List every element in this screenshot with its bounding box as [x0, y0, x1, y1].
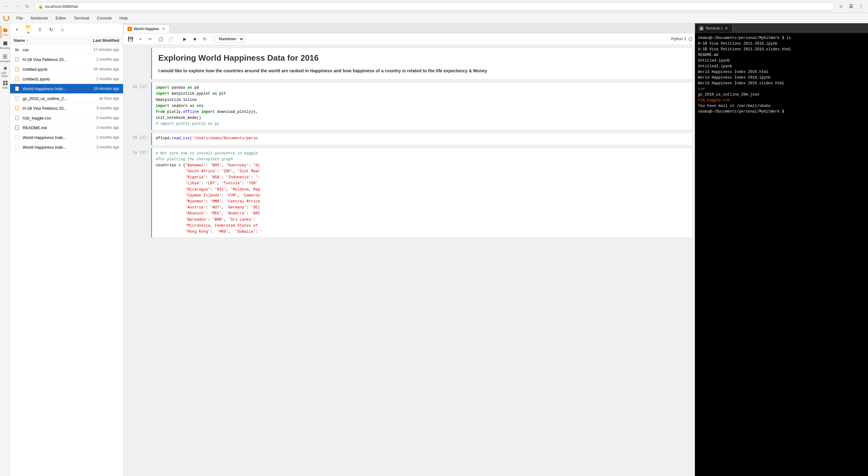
new-folder-button[interactable]: 📁+: [24, 25, 33, 34]
cell-type-select[interactable]: Markdown Code Raw: [215, 35, 244, 43]
file-list-item[interactable]: World Happiness Inde...3 months ago: [10, 142, 123, 152]
notebook-tab-close[interactable]: ✕: [162, 27, 165, 31]
code-line: 'Myanmar': 'MMR', 'Central Africa: [156, 199, 688, 205]
cell-body-1[interactable]: import pandas as pd import matplotlib.py…: [151, 82, 692, 130]
upload-button[interactable]: ⇧: [35, 25, 44, 34]
menu-editor[interactable]: Editor: [52, 14, 70, 22]
extensions-button[interactable]: ☰: [846, 2, 856, 11]
browser-toolbar: ← → ↻ 🔒 localhost:8888/lab ☆ ☰ ⋮: [0, 0, 868, 12]
address-bar[interactable]: 🔒 localhost:8888/lab: [34, 2, 834, 10]
file-list-item[interactable]: JUntitled1.ipynb2 months ago: [10, 74, 123, 84]
restart-button[interactable]: ↻: [200, 35, 209, 43]
terminal-line: World Happiness Index 2016.slides.html: [698, 80, 865, 86]
file-list-item[interactable]: M↓README.md3 months ago: [10, 123, 123, 133]
run-button[interactable]: ▶: [180, 35, 189, 43]
file-list: csv17 minutes agoJH-1B Visa Petitions 20…: [10, 45, 123, 476]
svg-text:M↓: M↓: [16, 127, 18, 129]
menu-terminal[interactable]: Terminal: [70, 14, 93, 22]
svg-rect-4: [3, 81, 5, 83]
notebook-tab-name: World Happine:: [134, 27, 160, 31]
notebook-tabs: J World Happine: ✕: [123, 23, 695, 33]
paste-button[interactable]: 📄: [166, 35, 175, 43]
sidebar-item-tabs[interactable]: Tabs: [1, 78, 9, 91]
cut-button[interactable]: ✄: [146, 35, 155, 43]
add-cell-button[interactable]: +: [136, 35, 145, 43]
file-list-item[interactable]: CSVh1b_kaggle.csv5 months ago: [10, 113, 123, 123]
file-name-text: H-1B Visa Petitions 20...: [23, 106, 72, 111]
left-sidebar-icons: Files Running Commands Cell Tools Tabs: [0, 23, 10, 476]
svg-rect-35: [16, 145, 19, 149]
svg-text:J: J: [17, 88, 17, 90]
home-button[interactable]: ⌂: [58, 25, 67, 34]
terminal-content[interactable]: vbabu@~/Documents/personal/MyGitWork $ l…: [695, 33, 868, 476]
code-line: 'Cayman Islands': 'CYM', 'Cameroo: [156, 193, 688, 199]
menu-console[interactable]: Console: [93, 14, 116, 22]
terminal-line: You have mail in /var/mail/vbabu: [698, 103, 865, 109]
copy-button[interactable]: 📋: [156, 35, 165, 43]
file-list-item[interactable]: JH-1B Visa Petitions 20...3 months ago: [10, 103, 123, 113]
stop-button[interactable]: ■: [190, 35, 199, 43]
app-body: Files Running Commands Cell Tools Tabs +…: [0, 23, 868, 476]
file-list-item[interactable]: JWorld Happiness Inde...19 minutes ago: [10, 84, 123, 94]
cell-body-3[interactable]: # Not sure how to install pycountry in k…: [151, 148, 692, 238]
sidebar-item-commands[interactable]: Commands: [1, 52, 9, 65]
notebook-cell-3: In [3]: # Not sure how to install pycoun…: [126, 148, 692, 238]
column-modified-header: Last Modified: [72, 38, 119, 43]
svg-text:{}: {}: [17, 98, 18, 99]
terminal-line: gz_2010_us_outline_20m.json: [698, 92, 865, 98]
svg-rect-1: [3, 55, 7, 55]
menu-notebook[interactable]: Notebook: [27, 14, 52, 22]
terminal-line: World Happiness Index 2016.html: [698, 69, 865, 75]
terminal-line: Untitled.ipynb: [698, 58, 865, 64]
file-modified-time: 17 minutes ago: [72, 47, 119, 52]
file-modified-time: 5 months ago: [72, 116, 119, 120]
back-button[interactable]: ←: [2, 2, 11, 11]
file-icon: [14, 134, 20, 140]
forward-button[interactable]: →: [12, 2, 22, 11]
menu-file[interactable]: File: [12, 14, 27, 22]
sidebar-item-cell-tools[interactable]: Cell Tools: [1, 65, 9, 78]
file-list-item[interactable]: World Happiness Inde...2 months ago: [10, 133, 123, 142]
cell-prompt-3: In [3]:: [126, 148, 151, 238]
code-line: import seaborn as sns: [156, 103, 688, 109]
reload-button[interactable]: ↻: [23, 2, 31, 11]
terminal-line: vbabu@~/Documents/personal/MyGitWork $ l…: [698, 35, 865, 41]
code-line: 'Hong Kong': 'HKG', 'Somalia': ': [156, 229, 688, 235]
terminal-line: vbabu@~/Documents/personal/MyGitWork $: [698, 109, 865, 114]
file-list-item[interactable]: JH-1B Visa Petitions 20...2 months ago: [10, 55, 123, 64]
cell-body-markdown[interactable]: Exploring World Happiness Data for 2016 …: [151, 47, 692, 79]
file-name-text: Untitled1.ipynb: [23, 77, 72, 81]
code-line: # Not sure how to install pycountry in k…: [156, 150, 688, 157]
menu-help[interactable]: Help: [116, 14, 131, 22]
terminal-tab[interactable]: ▣ Terminal 1 ✕: [695, 24, 732, 32]
file-icon: J: [14, 66, 20, 72]
terminal-line: csv: [698, 86, 865, 92]
nav-buttons: ← → ↻: [2, 2, 31, 11]
file-modified-time: 2 months ago: [72, 57, 119, 62]
file-icon: M↓: [14, 125, 20, 131]
file-list-item[interactable]: csv17 minutes ago: [10, 45, 123, 55]
svg-text:J: J: [17, 68, 17, 70]
menu-bar: File Notebook Editor Terminal Console He…: [0, 13, 868, 23]
notebook-content[interactable]: Exploring World Happiness Data for 2016 …: [123, 45, 695, 476]
terminal-close-button[interactable]: ✕: [724, 26, 728, 31]
menu-button[interactable]: ⋮: [857, 2, 866, 11]
save-button[interactable]: 💾: [126, 35, 135, 43]
star-button[interactable]: ☆: [837, 2, 845, 11]
file-list-item[interactable]: JUntitled.ipynb34 minutes ago: [10, 64, 123, 74]
sidebar-item-running[interactable]: Running: [1, 39, 9, 52]
file-modified-time: an hour ago: [72, 96, 119, 101]
browser-actions: ☆ ☰ ⋮: [837, 2, 866, 11]
sidebar-item-files[interactable]: Files: [1, 26, 9, 38]
file-modified-time: 2 months ago: [72, 77, 119, 81]
file-list-item[interactable]: {}gz_2010_us_outline_2...an hour ago: [10, 94, 123, 103]
cell-tools-label: Cell Tools: [1, 71, 9, 78]
cell-body-2[interactable]: df1=pd.read_csv('/Users/vbabu/Documents/…: [151, 133, 692, 145]
column-name-header[interactable]: Name ↑: [14, 38, 72, 43]
new-file-button[interactable]: +: [12, 25, 22, 34]
notebook-tab[interactable]: J World Happine: ✕: [123, 25, 169, 33]
svg-rect-3: [3, 58, 7, 59]
code-line: countries = {'Bahamas': 'BHS', 'Guernsey…: [156, 163, 688, 169]
refresh-button[interactable]: ↻: [46, 25, 55, 34]
app-logo: [2, 13, 11, 22]
